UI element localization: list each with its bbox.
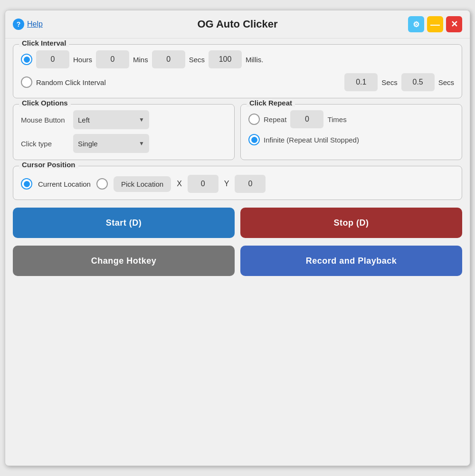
repeat-times-input[interactable]	[290, 110, 323, 128]
times-label: Times	[327, 115, 346, 124]
help-icon[interactable]: ?	[13, 19, 24, 30]
infinite-label: Infinite (Repeat Until Stopped)	[264, 136, 359, 144]
pick-location-radio[interactable]	[96, 178, 108, 190]
secondary-buttons-row: Change Hotkey Record and Playback	[13, 246, 462, 276]
titlebar-controls: ⚙ — ✕	[408, 16, 462, 32]
close-button[interactable]: ✕	[446, 16, 462, 32]
hours-unit: Hours	[73, 56, 92, 64]
click-type-label: Click type	[21, 140, 68, 148]
click-type-select[interactable]: Single Double	[73, 134, 149, 153]
close-icon: ✕	[451, 19, 458, 29]
cursor-position-label: Cursor Position	[19, 161, 78, 169]
main-window: ? Help OG Auto Clicker ⚙ — ✕ Click Inter…	[5, 10, 470, 466]
click-options-group: Click Options Mouse Button Left Right Mi…	[13, 104, 235, 160]
titlebar-left: ? Help	[13, 19, 43, 30]
app-title: OG Auto Clicker	[197, 18, 277, 30]
random-min-unit: Secs	[381, 78, 397, 86]
mouse-button-row: Mouse Button Left Right Middle	[21, 110, 227, 129]
click-repeat-group: Click Repeat Repeat Times Infinite (Repe…	[240, 104, 462, 160]
mins-input[interactable]	[96, 50, 129, 68]
minimize-icon: —	[430, 19, 440, 30]
millis-unit: Millis.	[246, 56, 264, 64]
secs-input[interactable]	[152, 50, 185, 68]
fixed-interval-radio[interactable]	[21, 54, 32, 65]
y-input[interactable]	[235, 175, 266, 193]
click-type-select-wrapper: Single Double	[73, 134, 149, 153]
change-hotkey-button[interactable]: Change Hotkey	[13, 246, 235, 276]
titlebar: ? Help OG Auto Clicker ⚙ — ✕	[5, 10, 470, 38]
current-location-radio[interactable]	[21, 178, 32, 190]
infinite-radio[interactable]	[248, 134, 260, 145]
x-label: X	[177, 180, 182, 188]
help-link[interactable]: Help	[27, 20, 43, 29]
cursor-row: Current Location Pick Location X Y	[21, 175, 454, 193]
interval-fixed-row: Hours Mins Secs Millis.	[21, 50, 454, 68]
stop-button[interactable]: Stop (D)	[240, 208, 462, 238]
random-max-input[interactable]	[401, 73, 435, 91]
mouse-button-select[interactable]: Left Right Middle	[73, 110, 149, 129]
hours-input[interactable]	[36, 50, 69, 68]
millis-input[interactable]	[209, 50, 242, 68]
mins-unit: Mins	[133, 56, 148, 64]
random-interval-radio[interactable]	[21, 76, 32, 88]
pick-location-button[interactable]: Pick Location	[114, 176, 171, 192]
secs-unit: Secs	[189, 56, 205, 64]
mouse-button-select-wrapper: Left Right Middle	[73, 110, 149, 129]
settings-icon: ⚙	[413, 20, 419, 29]
repeat-row: Repeat Times	[248, 110, 454, 128]
y-label: Y	[224, 180, 229, 188]
click-interval-label: Click Interval	[19, 39, 69, 47]
infinite-row: Infinite (Repeat Until Stopped)	[248, 134, 454, 145]
x-input[interactable]	[188, 175, 218, 193]
record-playback-button[interactable]: Record and Playback	[240, 246, 462, 276]
random-max-unit: Secs	[438, 78, 454, 86]
content-area: Click Interval Hours Mins Secs Millis. R…	[5, 38, 470, 282]
random-min-input[interactable]	[344, 73, 378, 91]
cursor-position-group: Cursor Position Current Location Pick Lo…	[13, 166, 462, 200]
mouse-button-label: Mouse Button	[21, 116, 68, 124]
settings-button[interactable]: ⚙	[408, 16, 424, 32]
primary-buttons-row: Start (D) Stop (D)	[13, 208, 462, 238]
click-interval-group: Click Interval Hours Mins Secs Millis. R…	[13, 44, 462, 98]
minimize-button[interactable]: —	[427, 16, 443, 32]
current-location-label: Current Location	[38, 180, 91, 188]
random-interval-label: Random Click Interval	[36, 78, 106, 86]
click-type-row: Click type Single Double	[21, 134, 227, 153]
start-button[interactable]: Start (D)	[13, 208, 235, 238]
repeat-label: Repeat	[264, 115, 286, 124]
repeat-radio[interactable]	[248, 114, 260, 125]
click-options-label: Click Options	[19, 99, 71, 107]
interval-random-row: Random Click Interval Secs Secs	[21, 73, 454, 91]
options-repeat-row: Click Options Mouse Button Left Right Mi…	[13, 104, 462, 160]
click-repeat-label: Click Repeat	[247, 99, 295, 107]
